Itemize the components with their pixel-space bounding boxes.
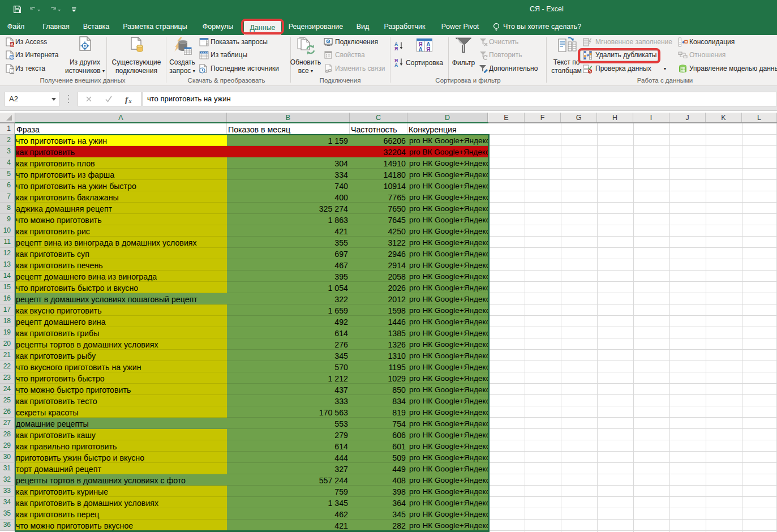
svg-text:Я: Я	[394, 46, 398, 51]
svg-text:A: A	[11, 42, 14, 47]
svg-text:А: А	[419, 46, 423, 53]
svg-text:x: x	[128, 98, 132, 104]
svg-text:Я: Я	[426, 46, 430, 53]
svg-text:А: А	[394, 62, 398, 67]
